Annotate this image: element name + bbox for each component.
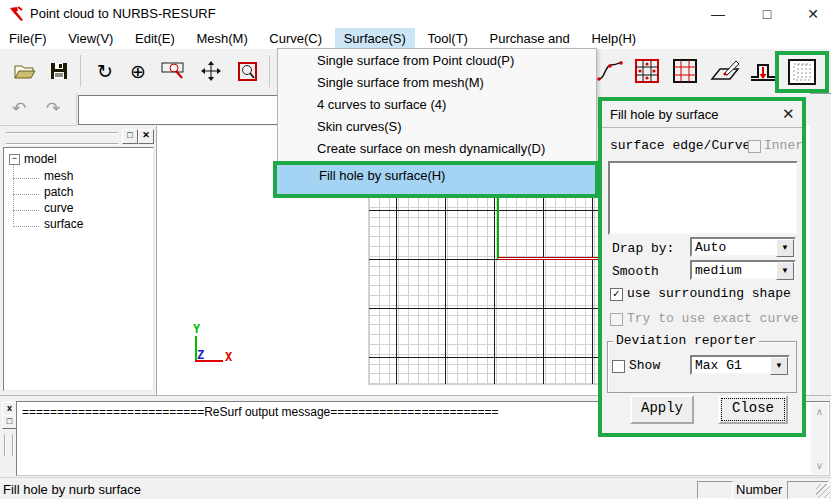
- grid-icon: [672, 58, 698, 84]
- save-button[interactable]: [44, 57, 74, 85]
- minimize-button[interactable]: —: [703, 4, 733, 24]
- zoom-extents-button[interactable]: [232, 57, 262, 85]
- menu-edit[interactable]: Edit(E): [126, 28, 184, 49]
- output-scrollbar[interactable]: ∧ ∨: [811, 403, 828, 474]
- inner-checkbox[interactable]: [748, 140, 761, 153]
- output-close-button[interactable]: x: [2, 402, 17, 416]
- status-field: [697, 481, 733, 499]
- undo-redo-panel: ↶ ↷: [0, 93, 77, 126]
- open-folder-icon: [14, 63, 36, 80]
- surface-with-points-icon: [634, 58, 660, 84]
- menu-surface[interactable]: Surface(S): [335, 28, 415, 49]
- open-file-button[interactable]: [10, 57, 40, 85]
- scroll-up-icon[interactable]: ∧: [811, 403, 828, 420]
- dialog-close-icon[interactable]: ✕: [782, 105, 795, 123]
- fit-surface-button[interactable]: [632, 57, 662, 85]
- deviation-reporter-legend: Deviation reporter: [613, 333, 759, 348]
- surface-grid-button[interactable]: [670, 57, 700, 85]
- annotation-box-menu-item: Fill hole by surface(H): [273, 161, 599, 198]
- smooth-combo[interactable]: medium ▼: [690, 260, 796, 280]
- rotate-view-button[interactable]: ↻: [90, 57, 120, 85]
- annotation-box-toolbar: [775, 51, 829, 93]
- output-grip[interactable]: [4, 434, 14, 456]
- panel-maximize-button[interactable]: □: [122, 129, 138, 144]
- status-bar: Fill hole by nurb surface Number: [0, 477, 831, 499]
- drap-by-value: Auto: [695, 240, 726, 255]
- menu-tool[interactable]: Tool(T): [418, 28, 476, 49]
- menu-curve[interactable]: Curve(C): [260, 28, 331, 49]
- tree-connector: [13, 210, 39, 212]
- tree-item-mesh[interactable]: mesh: [44, 169, 73, 183]
- y-axis-label: Y: [193, 322, 200, 336]
- maximize-button[interactable]: □: [752, 4, 782, 24]
- menu-item-fill-hole-by-surface[interactable]: Fill hole by surface(H): [277, 165, 595, 186]
- menu-view[interactable]: View(V): [59, 28, 122, 49]
- undo-button[interactable]: ↶: [6, 97, 32, 121]
- knife-surface-icon: [710, 59, 740, 83]
- output-maximize-button[interactable]: □: [2, 415, 17, 429]
- model-tree: − model mesh patch curve surface: [3, 147, 154, 391]
- model-tree-panel: □ ✕ − model mesh patch curve surface: [0, 126, 157, 395]
- tree-expander[interactable]: −: [9, 154, 20, 165]
- exact-curve-checkbox[interactable]: [610, 313, 623, 326]
- edge-list-box[interactable]: [608, 161, 798, 235]
- menu-item-create-surface-dynamically[interactable]: Create surface on mesh dynamically(D): [279, 138, 631, 160]
- zoom-window-icon: [161, 62, 185, 80]
- selected-edge-green: [497, 196, 499, 259]
- close-button[interactable]: ✕: [798, 4, 828, 24]
- project-curve-button[interactable]: [748, 57, 778, 85]
- apply-button[interactable]: Apply: [630, 395, 694, 424]
- zoom-extents-icon: [238, 62, 257, 81]
- trim-surface-button[interactable]: [710, 57, 740, 85]
- z-axis-label: Z: [197, 348, 204, 362]
- smooth-label: Smooth: [612, 264, 659, 279]
- edge-curve-label: surface edge/Curve: [610, 138, 750, 153]
- panel-grip[interactable]: [6, 132, 118, 145]
- tree-item-model[interactable]: model: [24, 152, 57, 166]
- tree-item-patch[interactable]: patch: [44, 185, 73, 199]
- chevron-down-icon[interactable]: ▼: [776, 262, 794, 280]
- dialog-title-separator: [602, 127, 802, 128]
- use-surrounding-label: use surrounding shape: [627, 286, 791, 301]
- menu-mesh[interactable]: Mesh(M): [187, 28, 256, 49]
- menu-item-skin-curves[interactable]: Skin curves(S): [279, 116, 631, 138]
- zoom-button[interactable]: ⊕: [123, 57, 153, 85]
- menu-help[interactable]: Help(H): [582, 28, 645, 49]
- show-checkbox[interactable]: [612, 360, 625, 373]
- drap-by-combo[interactable]: Auto ▼: [690, 237, 796, 257]
- panel-close-button[interactable]: ✕: [138, 129, 154, 144]
- menu-item-4-curves-to-surface[interactable]: 4 curves to surface (4): [279, 94, 631, 116]
- tree-item-curve[interactable]: curve: [44, 201, 73, 215]
- resize-grip[interactable]: [816, 484, 830, 498]
- x-axis-label: X: [225, 350, 232, 364]
- pan-button[interactable]: [196, 57, 226, 85]
- title-bar: Point cloud to NURBS-RESURF — □ ✕: [0, 0, 831, 28]
- output-message: ==========================ReSurf output …: [22, 405, 498, 419]
- scroll-down-icon[interactable]: ∨: [811, 457, 828, 474]
- rotate-icon: ↻: [97, 62, 113, 81]
- show-checkbox-label: Show: [629, 358, 660, 373]
- close-dialog-button[interactable]: Close: [718, 395, 788, 424]
- app-icon: [8, 5, 25, 22]
- chevron-down-icon[interactable]: ▼: [770, 357, 788, 375]
- use-surrounding-checkbox[interactable]: ✓: [610, 288, 623, 301]
- toolbar-separator: [269, 55, 270, 87]
- deviation-metric-combo[interactable]: Max G1 ▼: [690, 355, 790, 375]
- menu-item-single-surface-mesh[interactable]: Single surface from mesh(M): [279, 72, 631, 94]
- menu-file[interactable]: File(F): [0, 28, 56, 49]
- deviation-metric-value: Max G1: [695, 358, 742, 373]
- fill-hole-button[interactable]: [787, 58, 817, 86]
- redo-button[interactable]: ↷: [40, 97, 66, 121]
- zoom-window-button[interactable]: [158, 57, 188, 85]
- menu-purchase[interactable]: Purchase and: [481, 28, 579, 49]
- chevron-down-icon[interactable]: ▼: [776, 239, 794, 257]
- save-floppy-icon: [50, 62, 68, 80]
- tree-connector: [13, 162, 15, 224]
- tree-connector: [13, 178, 39, 180]
- inner-checkbox-label: Inner: [764, 138, 803, 153]
- tree-connector: [13, 194, 39, 196]
- fill-hole-icon: [788, 59, 816, 85]
- menu-item-single-surface-point-cloud[interactable]: Single surface from Point cloud(P): [279, 50, 631, 72]
- tree-connector: [13, 226, 39, 228]
- tree-item-surface[interactable]: surface: [44, 217, 83, 231]
